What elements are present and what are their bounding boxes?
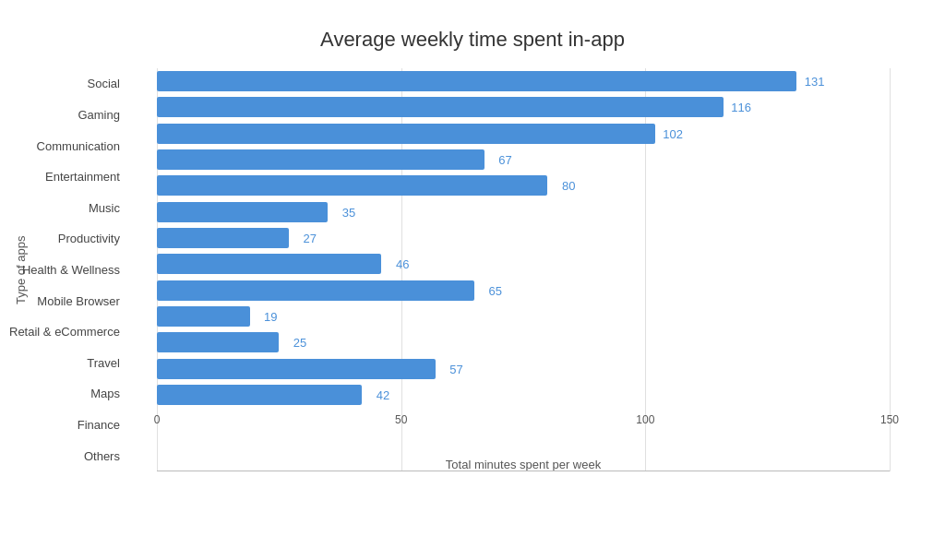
x-tick: 100	[636, 413, 654, 426]
y-labels: SocialGamingCommunicationEntertainmentMu…	[9, 68, 129, 471]
chart-container: Average weekly time spent in-app Type of…	[0, 0, 945, 560]
y-label: Productivity	[9, 223, 129, 255]
chart-title: Average weekly time spent in-app	[55, 28, 890, 52]
bar: 35	[157, 202, 328, 222]
x-tick: 50	[395, 413, 407, 426]
bar-value: 102	[663, 126, 683, 140]
bar: 116	[157, 97, 724, 117]
bar: 19	[157, 306, 250, 327]
y-label: Entertainment	[9, 161, 129, 193]
bar-row: 57	[157, 355, 890, 381]
bar-value: 57	[449, 362, 462, 375]
y-label: Maps	[9, 378, 129, 410]
bar-value: 80	[562, 179, 575, 193]
y-label: Mobile Browser	[9, 285, 129, 316]
y-label: Music	[9, 192, 129, 223]
bar-row: 131	[157, 68, 890, 94]
bar: 131	[157, 71, 796, 91]
bar-value: 35	[342, 205, 355, 219]
bar-row: 42	[157, 382, 890, 408]
bar-row: 27	[157, 225, 890, 251]
bar-value: 116	[731, 101, 751, 114]
bar: 42	[157, 385, 362, 405]
bars-and-grid: SocialGamingCommunicationEntertainmentMu…	[157, 68, 890, 471]
bar-row: 19	[157, 304, 890, 329]
bar: 27	[157, 228, 289, 248]
y-label: Health & Wellness	[9, 255, 129, 286]
y-label: Retail & eCommerce	[9, 316, 129, 348]
x-axis-label: Total minutes spent per week	[157, 458, 890, 471]
bar-value: 25	[293, 336, 306, 350]
bar-row: 25	[157, 329, 890, 355]
bar-value: 131	[805, 75, 825, 89]
bar: 67	[157, 149, 484, 170]
bar: 46	[157, 254, 381, 274]
y-label: Communication	[9, 130, 129, 161]
y-label: Finance	[9, 410, 129, 441]
x-tick: 150	[880, 413, 899, 426]
x-axis-border	[157, 471, 890, 471]
bar: 80	[157, 175, 547, 196]
bar: 25	[157, 332, 279, 352]
y-label: Gaming	[9, 100, 129, 131]
bar-row: 65	[157, 278, 890, 304]
bar-value: 42	[377, 387, 389, 401]
chart-area: Type of apps SocialGamingCommunicationEn…	[157, 68, 890, 471]
bars-wrapper: Type of apps SocialGamingCommunicationEn…	[157, 68, 890, 471]
bar-row: 35	[157, 199, 890, 225]
bar-row: 67	[157, 147, 890, 173]
bar-value: 46	[396, 257, 409, 271]
bar-row: 80	[157, 173, 890, 198]
grid-line	[890, 68, 891, 471]
x-axis: 050100150	[157, 413, 890, 432]
bar-row: 116	[157, 94, 890, 120]
bar-value: 67	[498, 153, 511, 167]
bar-value: 65	[489, 283, 502, 297]
y-label: Social	[9, 68, 129, 100]
bar: 102	[157, 124, 655, 144]
bar-row: 46	[157, 251, 890, 277]
bar-row: 102	[157, 121, 890, 147]
bar: 65	[157, 280, 474, 301]
y-label: Travel	[9, 347, 129, 378]
y-label: Others	[9, 440, 129, 471]
bar-value: 27	[303, 232, 316, 245]
bar-value: 19	[264, 309, 277, 323]
bar: 57	[157, 359, 436, 379]
x-tick: 0	[154, 413, 161, 426]
